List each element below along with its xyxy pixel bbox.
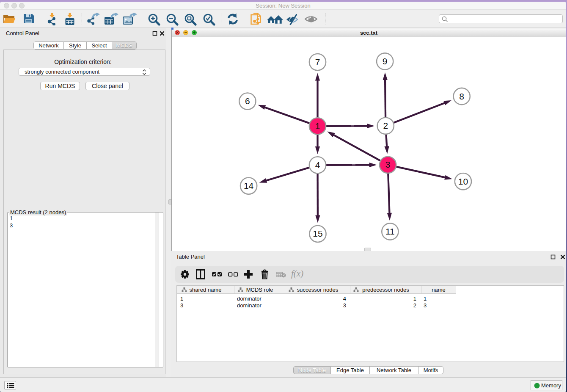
svg-text:11: 11 bbox=[385, 226, 395, 236]
svg-text:6: 6 bbox=[245, 96, 250, 106]
svg-text:1: 1 bbox=[315, 121, 320, 131]
svg-text:3: 3 bbox=[385, 160, 391, 169]
svg-text:10: 10 bbox=[458, 177, 468, 186]
svg-text:9: 9 bbox=[383, 56, 388, 66]
svg-text:2: 2 bbox=[383, 121, 388, 130]
svg-text:14: 14 bbox=[244, 181, 254, 190]
svg-text:4: 4 bbox=[315, 160, 320, 170]
svg-text:15: 15 bbox=[313, 229, 322, 238]
svg-text:7: 7 bbox=[315, 57, 320, 67]
svg-text:8: 8 bbox=[459, 91, 464, 101]
